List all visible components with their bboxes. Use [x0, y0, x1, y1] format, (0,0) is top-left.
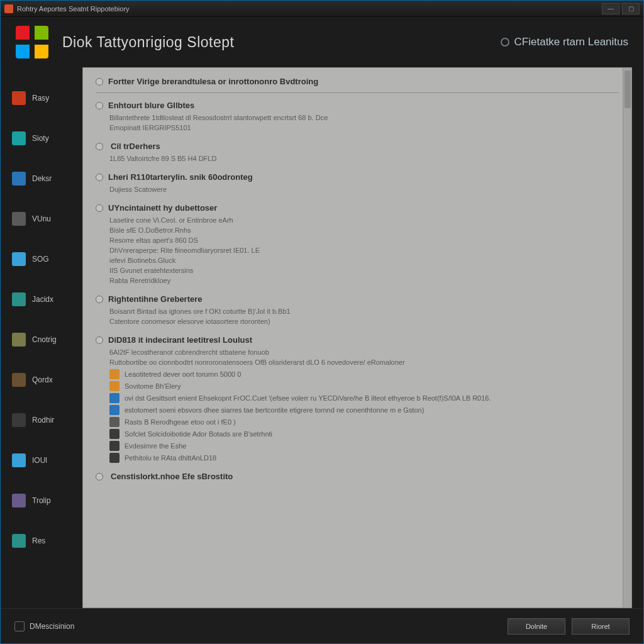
section-line: Resorre eltas apert's 860 DS [109, 235, 619, 245]
footer: DMescisinion Dolnite Rioret [1, 608, 643, 643]
sidebar-item-6[interactable]: Cnotrig [12, 326, 82, 353]
list-item[interactable]: Pethitolu te RAta dhittAnLD18 [109, 453, 619, 463]
item-text: Pethitolu te RAta dhittAnLD18 [125, 454, 216, 462]
sidebar-item-label: Qordx [32, 375, 53, 384]
footer-left[interactable]: DMescisinion [14, 621, 74, 631]
sidebar-icon [12, 453, 26, 467]
section-line: Lasetire cone Vi.Ceol. or Entinbroe eArh [109, 215, 619, 225]
app-window: Rohtry Aeportes Seatnt Rippotebiory — ▢ … [0, 0, 644, 644]
section-title: Censtislorkt.nhoe Efe sBrostito [111, 472, 233, 481]
section-title: UYncintainett hy dubettoser [108, 203, 217, 213]
sidebar-item-8[interactable]: Rodhir [12, 407, 82, 433]
sidebar-item-label: Cnotrig [32, 335, 57, 344]
sidebar-icon [12, 131, 26, 145]
sidebar-icon [12, 534, 26, 548]
sidebar-icon [12, 212, 26, 226]
sidebar-item-label: Rasy [32, 94, 49, 103]
list-item[interactable]: Sovitome Bh'Elery [109, 381, 619, 391]
radio-icon[interactable] [96, 336, 103, 344]
item-text: ovi dst Gesittsort enient Ehsekopnt FrOC… [125, 394, 491, 402]
main-panel: Fortter Virige brerandtulesa or inrotton… [82, 67, 632, 608]
section-line: Bisle sfE O.DoBetror.Rnhs [109, 225, 619, 235]
section-title: Enhtourt blure Gllbtes [108, 101, 194, 110]
item-icon [109, 417, 119, 427]
sidebar-icon [12, 494, 26, 508]
sidebar-icon [12, 91, 26, 105]
section-3: UYncintainett hy dubettoserLasetire cone… [96, 203, 619, 286]
item-text: Sovitome Bh'Elery [125, 382, 181, 390]
maximize-button[interactable]: ▢ [622, 3, 640, 14]
section-line: Ruttobortibe oo cionnbodtrt nonroronaten… [109, 357, 619, 367]
page-subtitle: CFietatke rtarn Leanitus [501, 36, 628, 48]
radio-icon[interactable] [96, 143, 103, 150]
radio-icon[interactable] [96, 204, 103, 212]
sidebar-item-4[interactable]: SOG [12, 246, 82, 272]
footer-left-icon [14, 621, 25, 631]
section-line: Emopinatt IERGRIPS5101 [109, 123, 619, 133]
subtitle-icon [501, 38, 509, 47]
section-line: Dujiess Scatowere [109, 184, 619, 194]
section-title: Lheri R110tarterylin. snik 60odronteg [108, 172, 253, 182]
item-icon [109, 453, 119, 463]
section-line: Billantethrete 1tdtlosteat dl Resosdostr… [109, 113, 619, 123]
item-icon [109, 381, 119, 391]
list-item[interactable]: Rasts B Rerodhgeae etoo oot i fE0 ) [109, 417, 619, 427]
sidebar-icon [12, 333, 26, 347]
sidebar-item-2[interactable]: Deksr [12, 165, 82, 192]
item-text: Evdesimre the Eshe [125, 442, 186, 450]
section-title: Cil trDerhers [111, 142, 160, 151]
radio-icon[interactable] [96, 296, 103, 303]
sidebar-icon [12, 413, 26, 427]
item-icon [109, 441, 119, 451]
sidebar-item-3[interactable]: VUnu [12, 206, 82, 232]
section-line: Boisanrt Bintad isa igtones ore f OKt co… [109, 306, 619, 316]
section-title: Rightentihne Grebertere [108, 294, 203, 304]
section-line: 6Al2tF lecostheranot cobrendrercht stbat… [109, 347, 619, 357]
secondary-button[interactable]: Rioret [572, 618, 630, 635]
section-5: DiD818 it indecirant leetitresl Loulust6… [96, 335, 619, 463]
breadcrumb[interactable]: Fortter Virige brerandtulesa or inrotton… [108, 77, 318, 86]
sidebar-item-1[interactable]: Sioty [12, 125, 82, 152]
minimize-button[interactable]: — [602, 3, 619, 14]
section-line: 1L85 Valtoirtcfre 89 S B5 H4 DFLD [109, 153, 619, 164]
radio-icon[interactable] [96, 102, 103, 109]
section-2: Lheri R110tarterylin. snik 60odrontegDuj… [96, 172, 619, 194]
section-line: Rabta Reretridkloey [109, 275, 619, 286]
sidebar-item-label: IOUl [32, 456, 47, 465]
sidebar-item-label: Res [32, 536, 45, 545]
sidebar-item-label: Deksr [32, 174, 52, 183]
section-title: DiD818 it indecirant leetitresl Loulust [108, 335, 252, 345]
titlebar: Rohtry Aeportes Seatnt Rippotebiory — ▢ [1, 1, 643, 17]
sidebar-item-label: VUnu [32, 214, 51, 223]
item-text: Sofclet Solcidoibotide Ador Botads sre B… [125, 430, 272, 438]
radio-icon[interactable] [96, 174, 103, 181]
section-1: Cil trDerhers1L85 Valtoirtcfre 89 S B5 H… [96, 142, 619, 164]
item-icon [109, 429, 119, 439]
sidebar-icon [12, 373, 26, 387]
list-item[interactable]: ovi dst Gesittsort enient Ehsekopnt FrOC… [109, 393, 619, 403]
sidebar: RasySiotyDeksrVUnuSOGJacidxCnotrigQordxR… [1, 67, 82, 608]
scrollbar[interactable] [623, 68, 631, 608]
sidebar-item-10[interactable]: Trolip [12, 487, 82, 514]
window-title: Rohtry Aeportes Seatnt Rippotebiory [17, 5, 130, 13]
sidebar-item-7[interactable]: Qordx [12, 367, 82, 393]
radio-icon[interactable] [96, 473, 103, 480]
sidebar-item-5[interactable]: Jacidx [12, 286, 82, 313]
section-line: iefevi Biotinebs.Gluck [109, 255, 619, 265]
section-4: Rightentihne GrebertereBoisanrt Bintad i… [96, 294, 619, 326]
section-line: Cstentore conomesor elesorve iotasortere… [109, 316, 619, 326]
sidebar-icon [12, 292, 26, 306]
list-item[interactable]: Sofclet Solcidoibotide Ador Botads sre B… [109, 429, 619, 439]
sidebar-item-11[interactable]: Res [12, 528, 82, 554]
radio-icon[interactable] [96, 78, 103, 86]
sidebar-item-0[interactable]: Rasy [12, 85, 82, 111]
app-icon [4, 4, 13, 13]
list-item[interactable]: Evdesimre the Eshe [109, 441, 619, 451]
logo-icon [16, 26, 48, 58]
sidebar-item-9[interactable]: IOUl [12, 447, 82, 474]
item-text: estotomert soeni ebsvors dhee siarres ta… [125, 406, 424, 414]
header-band: Diok Tattyonrigiog Slotept CFietatke rta… [1, 17, 643, 67]
primary-button[interactable]: Dolnite [508, 618, 565, 635]
list-item[interactable]: Leaotitetred dever oort torurnn 5000 0 [109, 369, 619, 379]
list-item[interactable]: estotomert soeni ebsvors dhee siarres ta… [109, 405, 619, 415]
